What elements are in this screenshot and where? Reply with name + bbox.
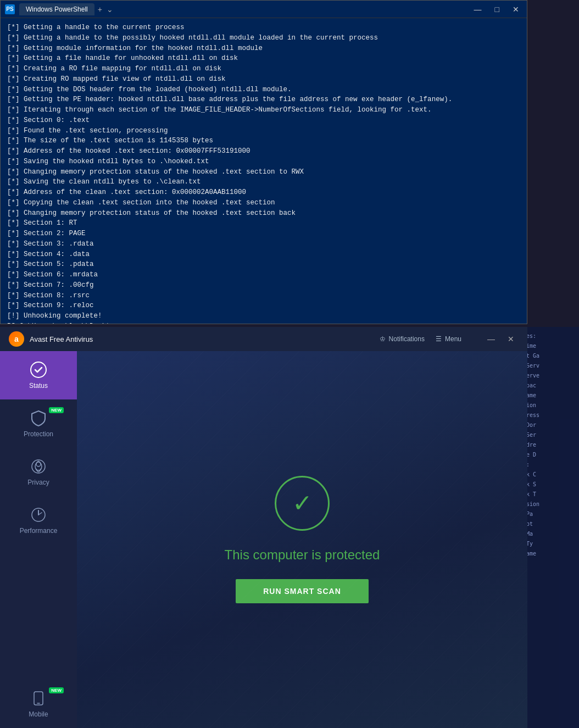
window-controls: — □ ✕ <box>471 4 522 15</box>
ps-line: [*] Section 5: .pdata <box>7 259 520 270</box>
ps-line: [*] Copying the clean .text section into… <box>7 198 520 208</box>
avast-title: Avast Free Antivirus <box>30 335 380 343</box>
protection-label: Protection <box>24 430 53 438</box>
ps-line: [*] Getting the DOS header from the load… <box>7 85 520 95</box>
avast-minimize-button[interactable]: — <box>483 331 499 347</box>
ps-line: [*] Section 7: .00cfg <box>7 280 520 291</box>
svg-point-2 <box>36 462 41 466</box>
sidebar-item-mobile[interactable]: NEW Mobile <box>0 680 77 728</box>
ps-line: [*] The size of the .text section is 114… <box>7 136 520 146</box>
sidebar-item-performance[interactable]: Performance <box>0 496 77 544</box>
ps-line: [*] Address of the clean .text section: … <box>7 187 520 198</box>
avast-close-button[interactable]: ✕ <box>503 331 519 347</box>
avast-titlebar: a Avast Free Antivirus ♔ Notifications ☰… <box>0 327 527 351</box>
mobile-label: Mobile <box>29 710 48 718</box>
right-panel: es:imet GaServervepacameionressDorSerdre… <box>524 327 579 728</box>
status-icon <box>30 361 47 379</box>
ps-line: [*] Getting module information for the h… <box>7 43 520 54</box>
ps-line: [*] Found the .text section, processing <box>7 126 520 136</box>
powershell-window: PS Windows PowerShell + ⌄ — □ ✕ [*] Gett… <box>0 0 527 324</box>
ps-line: PS C:\Users\ssklash\Desktop> <box>7 321 520 324</box>
close-button[interactable]: ✕ <box>509 4 522 15</box>
powershell-icon: PS <box>5 4 15 14</box>
ps-line: [*] Section 3: .rdata <box>7 239 520 249</box>
sidebar-item-privacy[interactable]: Privacy <box>0 448 77 496</box>
avast-main-content: ✓ This computer is protected RUN SMART S… <box>77 351 527 728</box>
ps-line: [*] Saving the clean ntdll bytes to .\cl… <box>7 177 520 187</box>
privacy-icon <box>30 458 47 475</box>
tab-dropdown-button[interactable]: ⌄ <box>107 5 113 14</box>
avast-sidebar: Status NEW Protection <box>0 351 77 728</box>
powershell-tab[interactable]: Windows PowerShell <box>19 3 94 15</box>
ps-line: [*] Changing memory protection status of… <box>7 208 520 219</box>
menu-button[interactable]: ☰ Menu <box>436 335 461 343</box>
avast-logo-icon: a <box>9 331 24 347</box>
ps-line: [*] Changing memory protection status of… <box>7 167 520 177</box>
ps-line: [*] Section 1: RT <box>7 218 520 229</box>
ps-line: [*] Section 0: .text <box>7 115 520 126</box>
ps-line: [*] Address of the hooked .text section:… <box>7 146 520 157</box>
ps-line: [*] Section 4: .data <box>7 249 520 260</box>
maximize-button[interactable]: □ <box>492 4 503 15</box>
status-message: This computer is protected <box>225 547 380 563</box>
ps-line: [*] Section 8: .rsrc <box>7 291 520 301</box>
performance-icon <box>30 506 47 524</box>
privacy-label: Privacy <box>27 479 49 486</box>
avast-body: Status NEW Protection <box>0 351 527 728</box>
ps-line: [*] Creating a RO file mapping for ntdll… <box>7 64 520 74</box>
avast-header-buttons: ♔ Notifications ☰ Menu — ✕ <box>380 331 519 347</box>
minimize-button[interactable]: — <box>471 4 485 15</box>
notifications-button[interactable]: ♔ Notifications <box>380 335 425 343</box>
protection-new-badge: NEW <box>49 407 64 413</box>
protection-icon <box>30 409 47 427</box>
status-circle: ✓ <box>275 476 330 531</box>
right-panel-text: es:imet GaServervepacameionressDorSerdre… <box>526 331 577 559</box>
ps-line: [*] Iterating through each section of th… <box>7 105 520 115</box>
ps-line: [!] Unhooking complete! <box>7 311 520 321</box>
sidebar-item-status[interactable]: Status <box>0 351 77 399</box>
notifications-label: Notifications <box>389 335 425 343</box>
performance-label: Performance <box>20 527 58 535</box>
ps-line: [*] Getting a handle to the current proc… <box>7 23 520 33</box>
ps-line: [*] Creating RO mapped file view of ntdl… <box>7 74 520 85</box>
powershell-titlebar: PS Windows PowerShell + ⌄ — □ ✕ <box>1 1 527 18</box>
bell-icon: ♔ <box>380 335 386 343</box>
ps-line: [*] Saving the hooked ntdll bytes to .\h… <box>7 157 520 167</box>
status-highlight: protected <box>325 547 380 562</box>
sidebar-item-protection[interactable]: NEW Protection <box>0 399 77 448</box>
powershell-content: [*] Getting a handle to the current proc… <box>1 18 527 324</box>
new-tab-button[interactable]: + <box>98 5 102 14</box>
mobile-new-badge: NEW <box>49 687 64 693</box>
ps-line: [*] Getting a handle to the possibly hoo… <box>7 33 520 43</box>
avast-win-controls: — ✕ <box>483 331 519 347</box>
hamburger-icon: ☰ <box>436 335 442 343</box>
checkmark-icon: ✓ <box>292 491 313 515</box>
mobile-icon <box>30 690 47 707</box>
ps-line: [*] Getting a file handle for unhooked n… <box>7 53 520 64</box>
svg-point-0 <box>31 362 46 377</box>
status-prefix: This computer is <box>225 547 325 562</box>
avast-window: a Avast Free Antivirus ♔ Notifications ☰… <box>0 327 527 728</box>
status-label: Status <box>29 382 48 390</box>
run-smart-scan-button[interactable]: RUN SMART SCAN <box>236 579 369 603</box>
menu-label: Menu <box>445 335 461 343</box>
ps-line: [*] Section 9: .reloc <box>7 301 520 311</box>
ps-line: [*] Section 2: PAGE <box>7 229 520 239</box>
ps-line: [*] Section 6: .mrdata <box>7 270 520 280</box>
ps-line: [*] Getting the PE header: hooked ntdll.… <box>7 95 520 105</box>
